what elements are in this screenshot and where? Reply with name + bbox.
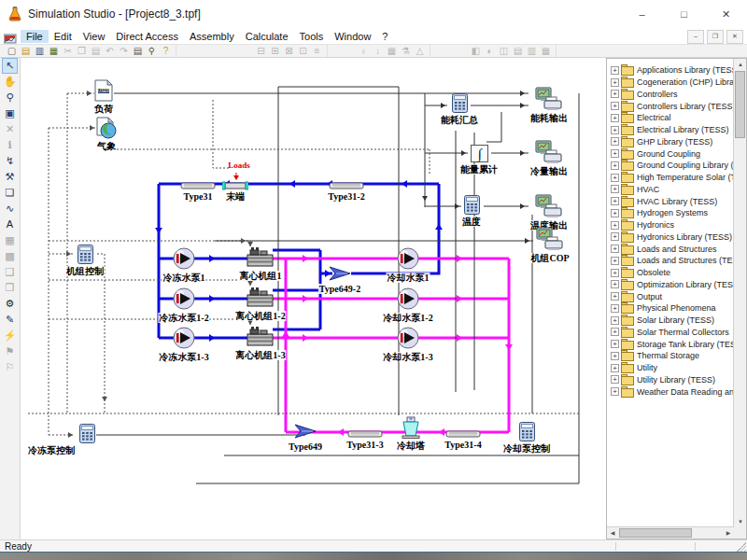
menu-item-direct-access[interactable]: Direct Access — [110, 30, 184, 43]
flag-off-icon[interactable]: ⚐ — [2, 359, 18, 375]
open-icon[interactable]: ▤ — [19, 45, 33, 57]
mdi-close-button[interactable]: ✕ — [726, 30, 743, 44]
expand-icon[interactable]: + — [611, 280, 619, 288]
pen-icon[interactable]: ✎ — [2, 312, 18, 328]
component-type649-2-15[interactable] — [329, 265, 351, 286]
tree-horizontal-scrollbar[interactable]: ◀ ▶ — [607, 526, 734, 539]
grid-small-icon[interactable]: ▦ — [2, 232, 18, 248]
component-calculator-23[interactable] — [79, 424, 95, 447]
info-icon[interactable]: ℹ — [2, 137, 18, 153]
layer-back-icon[interactable]: ❒ — [2, 280, 18, 296]
tree-item-thermal-storage[interactable]: +Thermal Storage — [608, 350, 733, 362]
print-icon[interactable]: ▤ — [131, 45, 145, 57]
expand-icon[interactable]: + — [611, 340, 619, 348]
component-calculator-28[interactable] — [519, 422, 535, 445]
tree-item-ghp-library-tess[interactable]: +GHP Library (TESS) — [608, 136, 733, 148]
tree-item-electrical[interactable]: +Electrical — [608, 112, 733, 124]
component-1-3-22[interactable] — [396, 326, 420, 354]
tree-item-controllers[interactable]: +Controllers — [608, 89, 733, 101]
tree-item-physical-phenomena[interactable]: +Physical Phenomena — [608, 302, 733, 315]
menu-item-edit[interactable]: Edit — [49, 30, 78, 43]
resize-grip[interactable] — [737, 542, 746, 552]
expand-icon[interactable]: + — [611, 328, 619, 336]
expand-icon[interactable]: + — [611, 245, 619, 253]
tree-item-storage-tank-library-tess[interactable]: +Storage Tank Library (TESS) — [608, 338, 733, 350]
component-printer-8[interactable] — [535, 140, 563, 168]
control-link[interactable] — [213, 100, 231, 168]
save-all-icon[interactable]: ▦ — [47, 45, 61, 57]
expand-icon[interactable]: + — [611, 375, 619, 384]
menu-item-tools[interactable]: Tools — [294, 30, 330, 43]
zoom-magnifier-icon[interactable]: ⚲ — [2, 90, 18, 105]
tree-item-ground-coupling[interactable]: +Ground Coupling — [608, 147, 733, 160]
control-link[interactable] — [97, 254, 105, 413]
tree-item-cogeneration-chp-library-tess[interactable]: +Cogeneration (CHP) Library (TESS) — [608, 77, 733, 89]
tree-item-solar-library-tess[interactable]: +Solar Library (TESS) — [608, 315, 733, 327]
tree-item-hvac-library-tess[interactable]: +HVAC Library (TESS) — [608, 195, 733, 207]
expand-icon[interactable]: + — [611, 197, 619, 205]
component-cop-11[interactable] — [536, 227, 564, 255]
control-link[interactable] — [49, 280, 250, 287]
component-1-3-20[interactable] — [172, 326, 196, 354]
link-icon[interactable]: ∿ — [2, 201, 18, 217]
stamp-icon[interactable]: ❏ — [2, 185, 18, 201]
mdi-minimize-button[interactable]: – — [687, 30, 704, 44]
horizontal-scroll-thumb[interactable] — [619, 528, 692, 538]
component-1-2-17[interactable] — [172, 287, 196, 315]
tree-item-optimization-library-tess[interactable]: +Optimization Library (TESS) — [608, 279, 733, 291]
select-icon[interactable]: ↖ — [2, 58, 18, 74]
print-preview-icon[interactable]: ⚲ — [145, 45, 159, 57]
component-printer-10[interactable] — [535, 194, 563, 222]
tree-vertical-scrollbar[interactable]: ▲ ▼ — [733, 59, 746, 527]
expand-icon[interactable]: + — [611, 316, 619, 325]
expand-icon[interactable]: + — [611, 185, 619, 193]
component-1-16[interactable] — [396, 246, 420, 274]
image-icon[interactable]: ▣ — [2, 105, 18, 121]
flag-on-icon[interactable]: ⚑ — [2, 343, 18, 359]
close-button[interactable]: ✕ — [705, 0, 747, 28]
grid-large-icon[interactable]: ▩ — [2, 248, 18, 264]
expand-icon[interactable]: + — [611, 137, 619, 146]
component-type649-24[interactable] — [294, 423, 317, 443]
tree-item-controllers-library-tess[interactable]: +Controllers Library (TESS) — [608, 100, 733, 112]
component-1-13[interactable] — [172, 246, 196, 274]
new-icon[interactable]: ▢ — [5, 45, 19, 57]
expand-icon[interactable]: + — [611, 174, 619, 182]
component-1-14[interactable] — [247, 246, 275, 273]
component-calculator-9[interactable] — [464, 195, 480, 218]
scroll-left-icon[interactable]: ◀ — [607, 527, 618, 539]
expand-icon[interactable]: + — [611, 221, 619, 230]
control-link[interactable] — [49, 319, 250, 326]
component-1-3-21[interactable] — [247, 326, 275, 352]
menu-item-help[interactable]: ? — [376, 30, 393, 43]
tree-item-output[interactable]: +Output — [608, 290, 733, 302]
tree-item-applications-library-tess[interactable]: +Applications Library (TESS) — [608, 64, 733, 77]
component-1-2-19[interactable] — [396, 287, 420, 315]
diagram-canvas[interactable]: USER负荷气象Type31末端Type31-2能耗汇总能耗输出∫能量累计冷量输… — [21, 58, 600, 539]
project-document-icon[interactable] — [4, 31, 17, 42]
tree-item-utility-library-tess[interactable]: +Utility Library (TESS) — [608, 374, 733, 386]
delete-icon[interactable]: ✕ — [2, 121, 18, 137]
expand-icon[interactable]: + — [611, 90, 619, 98]
expand-icon[interactable]: + — [611, 78, 619, 87]
menu-item-file[interactable]: File — [21, 30, 49, 43]
scroll-up-icon[interactable]: ▲ — [735, 59, 746, 70]
tree-item-loads-and-structures-tess[interactable]: +Loads and Structures (TESS) — [608, 255, 733, 267]
expand-icon[interactable]: + — [611, 161, 619, 170]
save-icon[interactable]: ▥ — [33, 45, 47, 57]
menu-item-window[interactable]: Window — [329, 30, 376, 43]
tree-item-loads-and-structures[interactable]: +Loads and Structures — [608, 243, 733, 255]
menu-item-view[interactable]: View — [78, 30, 111, 43]
layer-front-icon[interactable]: ❑ — [2, 264, 18, 280]
component-integral-7[interactable]: ∫ — [471, 145, 488, 166]
component-file-user-0[interactable]: USER — [94, 79, 113, 105]
expand-icon[interactable]: + — [611, 269, 619, 277]
menu-item-calculate[interactable]: Calculate — [240, 30, 294, 43]
expand-icon[interactable]: + — [611, 232, 619, 241]
wrench-icon[interactable]: ⚒ — [2, 169, 18, 185]
tree-item-electrical-library-tess[interactable]: +Electrical Library (TESS) — [608, 124, 733, 136]
vertical-scroll-thumb[interactable] — [735, 71, 745, 138]
tree-item-solar-thermal-collectors[interactable]: +Solar Thermal Collectors — [608, 327, 733, 339]
direct-access-icon[interactable]: ↯ — [2, 153, 18, 169]
component-calculator-12[interactable] — [78, 245, 93, 268]
